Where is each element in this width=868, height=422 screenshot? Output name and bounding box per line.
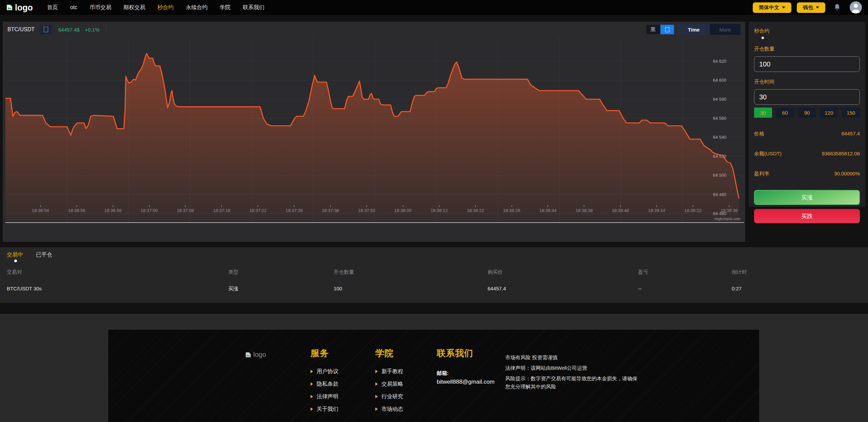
quantity-label: 开仓数量 [754, 46, 860, 52]
main-nav: 首页otc币币交易期权交易秒合约永续合约学院联系我们 [47, 4, 264, 11]
open-time-input[interactable] [754, 89, 860, 105]
info-value: 64457.4 [842, 131, 860, 137]
time-option-60[interactable]: 60 [776, 108, 794, 118]
time-options: 306090120150 [754, 108, 860, 118]
column-header: 交易对 [7, 269, 22, 275]
user-avatar[interactable] [850, 1, 862, 14]
table-cell: 0:27 [732, 286, 742, 291]
theme-toggle: 黑 [646, 25, 674, 34]
x-axis-label: 18:37:08 [177, 205, 194, 213]
table-cell: 64457.4 [488, 286, 506, 291]
nav-item-3[interactable]: 期权交易 [123, 4, 145, 11]
buy-down-button[interactable]: 买跌 [754, 209, 860, 223]
footer-link-label: 法律声明 [317, 393, 338, 400]
nav-item-4[interactable]: 秒合约 [157, 4, 174, 11]
nav-item-7[interactable]: 联系我们 [243, 4, 264, 11]
tab-0[interactable]: 交易中 [7, 251, 23, 258]
footer-link-label: 行业研究 [381, 393, 403, 400]
footer-link-label: 市场动态 [381, 406, 403, 413]
footer-link[interactable]: 新手教程 [375, 368, 403, 375]
highcharts-credit[interactable]: Highcharts.com [715, 217, 741, 221]
triangle-bullet-icon [311, 382, 313, 386]
nav-item-6[interactable]: 学院 [220, 4, 231, 11]
x-axis-label: 18:37:22 [249, 205, 267, 213]
disclaimer-text: 市场有风险 投资需谨慎 [505, 353, 638, 362]
footer-link-label: 用户协议 [317, 368, 338, 375]
x-axis-label: 18:38:22 [467, 205, 484, 213]
footer-column-title: 学院 [375, 347, 403, 359]
nav-right: 简体中文 钱包 [753, 1, 862, 14]
footer-column-services: 服务用户协议隐私条款法律声明关于我们 [311, 347, 338, 418]
theme-dark-button[interactable]: 黑 [646, 25, 660, 34]
page: logo 首页otc币币交易期权交易秒合约永续合约学院联系我们 简体中文 钱包 [0, 0, 868, 422]
footer-link[interactable]: 隐私条款 [311, 381, 338, 387]
table-row: BTC/USDT 30s买涨10064457.4--0:27 [0, 286, 868, 292]
time-option-150[interactable]: 150 [842, 108, 860, 118]
nav-item-2[interactable]: 币币交易 [90, 4, 111, 11]
svg-text:64 540: 64 540 [713, 135, 727, 140]
x-axis-labels: 18:36:5418:36:5618:36:5818:37:0018:37:08… [8, 205, 743, 213]
x-axis-label: 18:37:18 [213, 205, 231, 213]
triangle-bullet-icon [311, 370, 313, 373]
x-axis-label: 18:39:14 [648, 205, 665, 213]
footer-link[interactable]: 交易策略 [375, 381, 403, 387]
time-option-120[interactable]: 120 [820, 108, 838, 118]
site-logo[interactable]: logo [6, 3, 33, 13]
email-label: 邮箱: [437, 370, 494, 377]
info-value: 93663585812.06 [822, 151, 860, 157]
table-cell: 买涨 [228, 286, 238, 292]
table-cell: -- [638, 286, 642, 291]
price-change: +0.1% [85, 27, 100, 33]
column-header: 购买价 [488, 269, 503, 275]
info-label: 价格 [754, 131, 764, 137]
info-row: 价格64457.4 [754, 131, 860, 137]
language-button-label: 简体中文 [759, 4, 779, 11]
svg-text:64 580: 64 580 [713, 97, 727, 102]
footer-link[interactable]: 法律声明 [311, 393, 338, 400]
triangle-bullet-icon [375, 370, 378, 373]
footer-link[interactable]: 用户协议 [311, 368, 338, 375]
nav-item-1[interactable]: otc [70, 4, 77, 11]
contact-title: 联系我们 [437, 347, 494, 359]
x-axis-label: 18:37:00 [141, 205, 158, 213]
language-button[interactable]: 简体中文 [753, 2, 791, 13]
time-option-30[interactable]: 30 [754, 108, 772, 118]
wallet-button[interactable]: 钱包 [797, 2, 825, 13]
footer-link[interactable]: 行业研究 [375, 393, 403, 400]
active-indicator-dot [762, 37, 764, 39]
footer-column-academy: 学院新手教程交易策略行业研究市场动态 [375, 347, 403, 418]
table-cell: 100 [334, 286, 342, 291]
placeholder-glyph-icon [44, 27, 48, 32]
footer-disclaimers: 市场有风险 投资需谨慎法律声明：该网站由BitWell公司运营风险提示：数字资产… [505, 353, 638, 393]
top-navbar: logo 首页otc币币交易期权交易秒合约永续合约学院联系我们 简体中文 钱包 [0, 0, 868, 15]
tab-1[interactable]: 已平仓 [36, 251, 52, 258]
pair-selector-button[interactable] [39, 25, 52, 34]
buy-up-button[interactable]: 买涨 [754, 190, 860, 205]
footer-link[interactable]: 市场动态 [375, 406, 403, 413]
price-chart[interactable]: 64 46064 48064 50064 52064 54064 56064 5… [5, 37, 744, 223]
table-cell: BTC/USDT 30s [7, 286, 42, 291]
quantity-input[interactable] [754, 56, 860, 72]
x-axis-label: 18:38:12 [431, 205, 448, 213]
nav-item-0[interactable]: 首页 [47, 4, 58, 11]
order-info-rows: 价格64457.4余额(USDT)93663585812.06盈利率30.000… [754, 131, 860, 177]
time-option-90[interactable]: 90 [798, 108, 816, 118]
info-value: 30.00000% [834, 171, 860, 177]
notification-bell-icon[interactable] [833, 3, 842, 12]
x-axis-label: 18:38:34 [539, 205, 557, 213]
x-axis-label: 18:38:48 [612, 205, 629, 213]
theme-active-button[interactable] [660, 25, 674, 34]
nav-item-5[interactable]: 永续合约 [186, 4, 208, 11]
time-tab[interactable]: Time [678, 24, 709, 35]
divider [106, 26, 106, 33]
disclaimer-text: 风险提示：数字资产交易有可能导致您的本金损失，请确保您充分理解其中的风险 [505, 375, 638, 391]
footer-logo[interactable]: logo [245, 351, 266, 359]
column-header: 倒计时 [732, 269, 747, 275]
broken-image-icon [245, 352, 251, 358]
footer-column-title: 服务 [311, 347, 338, 359]
triangle-bullet-icon [375, 395, 378, 398]
price-area-chart: 64 46064 48064 50064 52064 54064 56064 5… [5, 37, 744, 223]
info-row: 盈利率30.00000% [754, 171, 860, 177]
footer-link[interactable]: 关于我们 [311, 406, 338, 413]
more-tab[interactable]: More [709, 24, 741, 35]
